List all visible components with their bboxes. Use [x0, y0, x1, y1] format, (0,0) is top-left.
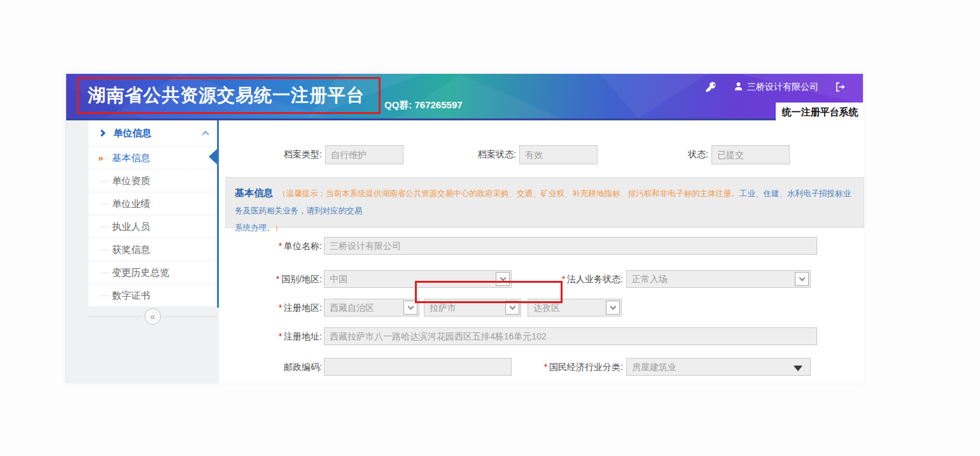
sidebar-collapse-bar: «	[88, 308, 217, 325]
sidebar-item-label: 数字证书	[112, 290, 150, 301]
app-window: 湖南省公共资源交易统一注册平台 QQ群: 767265597 三桥设计有限公司 …	[66, 73, 864, 383]
sidebar-item-label: 执业人员	[112, 221, 150, 232]
company-name: 三桥设计有限公司	[747, 82, 818, 93]
field-label: 注册地区:	[284, 303, 322, 313]
postal-code-input[interactable]	[324, 358, 512, 376]
sidebar-item-label: 单位资质	[112, 175, 150, 186]
sidebar-group-unit-info[interactable]: 单位信息	[88, 120, 217, 146]
field-label: 邮政编码:	[284, 362, 322, 372]
dropdown-chevron-icon[interactable]	[403, 301, 417, 315]
province-select[interactable]: 西藏自治区	[324, 299, 419, 317]
app-header: 湖南省公共资源交易统一注册平台 QQ群: 767265597 三桥设计有限公司	[66, 74, 863, 120]
dropdown-chevron-icon[interactable]	[505, 301, 519, 315]
sidebar: 单位信息 » 基本信息 单位资质 单位业绩 执业人员 获奖信息 变更历史总览 数…	[66, 120, 219, 383]
sidebar-collapse-button[interactable]: «	[144, 308, 161, 325]
field-label: 国民经济行业分类:	[549, 362, 623, 372]
password-key-icon[interactable]	[705, 82, 717, 96]
sidebar-item-practitioners[interactable]: 执业人员	[88, 215, 217, 238]
form-row-region: *注册地区: 西藏自治区 拉萨市 达孜区	[219, 298, 864, 317]
unit-name-input[interactable]: 三桥设计有限公司	[324, 237, 817, 255]
sidebar-group-label: 单位信息	[113, 127, 203, 139]
active-item-pointer	[209, 149, 217, 164]
section-title: 基本信息	[235, 187, 273, 198]
sidebar-item-label: 基本信息	[112, 152, 150, 163]
required-mark: *	[562, 274, 565, 284]
main-content: 档案类型: 自行维护 档案状态: 有效 状态: 已提交 基本信息（温馨提示：当前…	[219, 120, 864, 383]
user-icon	[734, 82, 743, 93]
status-field-archive-status: 档案状态: 有效	[438, 145, 598, 164]
chevron-up-icon[interactable]	[202, 131, 209, 138]
page-title: 湖南省公共资源交易统一注册平台	[79, 83, 365, 108]
tab-unified-registration-system[interactable]: 统一注册平台系统	[776, 103, 864, 122]
field-label: 法人业务状态:	[567, 274, 623, 284]
form-row-country-status: *国别/地区: 中国 *法人业务状态: 正常入场	[219, 269, 864, 289]
archive-type-input[interactable]: 自行维护	[325, 145, 403, 164]
status-field-state: 状态: 已提交	[652, 145, 790, 164]
country-value: 中国	[330, 274, 347, 284]
qq-group-number: QQ群: 767265597	[384, 99, 463, 111]
status-field-archive-type: 档案类型: 自行维护	[246, 145, 403, 164]
sidebar-item-awards[interactable]: 获奖信息	[88, 238, 217, 260]
logout-icon[interactable]	[835, 82, 846, 95]
sidebar-item-digital-certificate[interactable]: 数字证书	[88, 283, 217, 306]
field-label: 单位名称:	[284, 241, 322, 251]
sidebar-item-label: 单位业绩	[112, 198, 150, 209]
form-row-address: *注册地址: 西藏拉萨市八一路哈达滨河花园西区五排4栋16单元102	[219, 327, 864, 346]
logged-in-user[interactable]: 三桥设计有限公司	[734, 82, 818, 93]
address-input[interactable]: 西藏拉萨市八一路哈达滨河花园西区五排4栋16单元102	[324, 327, 817, 345]
district-select[interactable]: 达孜区	[528, 299, 622, 317]
notice-text-blue: 系统办理。	[235, 224, 275, 232]
required-mark: *	[279, 331, 282, 341]
industry-select[interactable]: 房屋建筑业	[626, 358, 811, 376]
sidebar-item-label: 变更历史总览	[112, 267, 169, 278]
required-mark: *	[279, 303, 282, 313]
district-value: 达孜区	[533, 303, 560, 313]
sidebar-item-unit-qualification[interactable]: 单位资质	[88, 169, 217, 192]
legal-status-value: 正常入场	[632, 274, 668, 284]
sidebar-item-change-history[interactable]: 变更历史总览	[88, 260, 217, 283]
sidebar-item-basic-info[interactable]: » 基本信息	[88, 146, 217, 169]
dropdown-chevron-icon[interactable]	[606, 301, 620, 315]
dropdown-triangle-icon[interactable]	[794, 366, 802, 371]
notice-text-orange: （温馨提示：当前本系统提供湖南省公共资源交易中心的政府采购、交通、矿业权、补充耕…	[278, 189, 739, 198]
form-row-unit-name: *单位名称: 三桥设计有限公司	[219, 236, 864, 255]
sidebar-item-label: 获奖信息	[112, 244, 150, 255]
province-value: 西藏自治区	[330, 303, 374, 313]
city-select[interactable]: 拉萨市	[424, 299, 521, 317]
section-basic-info-header: 基本信息（温馨提示：当前本系统提供湖南省公共资源交易中心的政府采购、交通、矿业权…	[225, 177, 864, 228]
required-mark: *	[544, 362, 547, 372]
dropdown-chevron-icon[interactable]	[795, 272, 809, 286]
chevron-right-icon	[98, 129, 105, 136]
required-mark: *	[276, 274, 279, 284]
notice-text-orange: ）	[275, 224, 283, 232]
country-select[interactable]: 中国	[324, 270, 512, 288]
field-label: 状态:	[652, 149, 708, 160]
industry-value: 房屋建筑业	[632, 362, 676, 372]
sidebar-item-unit-performance[interactable]: 单位业绩	[88, 192, 217, 215]
field-label: 注册地址:	[284, 331, 322, 341]
form-row-postal-industry: 邮政编码: *国民经济行业分类: 房屋建筑业	[219, 357, 864, 376]
archive-status-input[interactable]: 有效	[519, 145, 598, 164]
title-annotation-box: 湖南省公共资源交易统一注册平台	[77, 77, 381, 114]
field-label: 国别/地区:	[281, 274, 322, 284]
state-input[interactable]: 已提交	[711, 145, 790, 164]
city-value: 拉萨市	[430, 303, 456, 313]
required-mark: *	[279, 241, 282, 251]
active-item-marker-icon: »	[98, 146, 103, 169]
field-label: 档案类型:	[246, 149, 322, 160]
field-label: 档案状态:	[438, 149, 516, 160]
legal-status-select[interactable]: 正常入场	[626, 270, 811, 288]
sidebar-menu: 单位信息 » 基本信息 单位资质 单位业绩 执业人员 获奖信息 变更历史总览 数…	[88, 120, 217, 306]
